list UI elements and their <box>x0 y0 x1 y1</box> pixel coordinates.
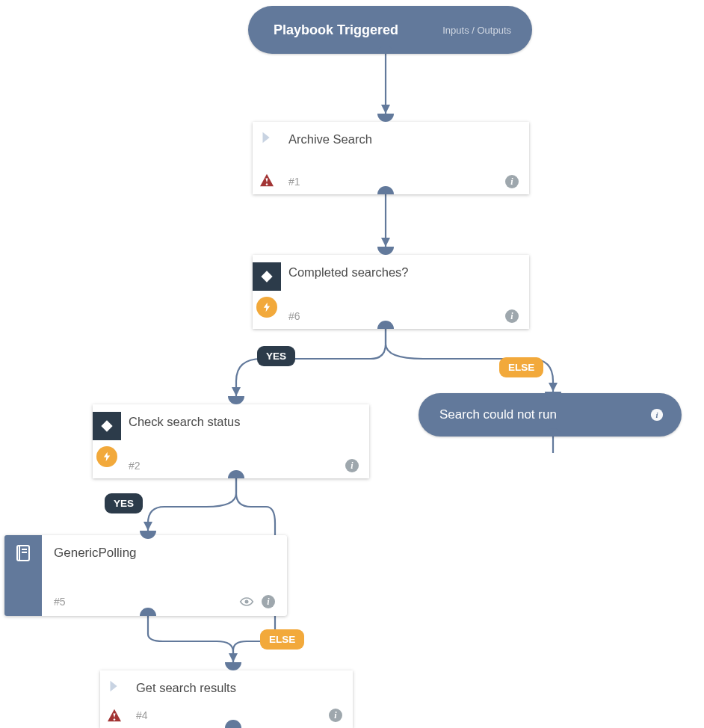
info-icon[interactable]: i <box>505 175 519 188</box>
lightning-icon <box>256 297 277 318</box>
task-number: #1 <box>288 176 300 188</box>
branch-yes[interactable]: YES <box>257 346 295 366</box>
warning-icon <box>259 173 274 187</box>
task-title: Archive Search <box>288 132 519 146</box>
subplaybook-generic-polling[interactable]: GenericPolling #5 i <box>4 535 287 616</box>
condition-check-search-status[interactable]: Check search status #2 i <box>93 404 369 478</box>
task-number: #2 <box>129 460 141 472</box>
branch-yes[interactable]: YES <box>105 493 143 513</box>
info-icon[interactable]: i <box>262 595 275 608</box>
svg-text:i: i <box>656 410 658 419</box>
svg-rect-11 <box>101 420 112 431</box>
warning-icon <box>107 709 122 722</box>
svg-marker-8 <box>143 522 152 531</box>
info-icon[interactable]: i <box>505 309 519 323</box>
task-title: Completed searches? <box>288 265 519 280</box>
task-title: Check search status <box>129 415 359 429</box>
chevron-icon <box>259 129 275 146</box>
svg-rect-10 <box>261 271 272 282</box>
eye-icon[interactable] <box>239 596 254 607</box>
branch-else[interactable]: ELSE <box>499 357 543 377</box>
task-number: #6 <box>288 310 300 322</box>
task-title: Get search results <box>136 681 342 695</box>
task-number: #5 <box>54 596 66 608</box>
message-title: Search could not run <box>439 407 650 422</box>
task-title: GenericPolling <box>54 546 275 561</box>
trigger-io-label[interactable]: Inputs / Outputs <box>442 25 511 36</box>
diamond-icon <box>93 412 121 440</box>
info-icon[interactable]: i <box>329 709 342 722</box>
diamond-icon <box>253 262 281 291</box>
svg-marker-4 <box>381 105 390 114</box>
chevron-icon <box>106 678 123 694</box>
task-number: #4 <box>136 709 148 721</box>
task-get-search-results[interactable]: Get search results #4 i <box>100 670 353 728</box>
svg-point-15 <box>245 600 249 604</box>
info-icon[interactable]: i <box>345 459 359 472</box>
svg-marker-6 <box>232 387 241 396</box>
svg-marker-9 <box>229 653 238 662</box>
branch-else[interactable]: ELSE <box>260 629 304 650</box>
flow-connectors <box>0 0 704 728</box>
book-icon <box>14 544 32 565</box>
trigger-title: Playbook Triggered <box>274 22 442 38</box>
condition-completed-searches[interactable]: Completed searches? #6 i <box>253 255 529 329</box>
info-icon[interactable]: i <box>650 408 664 422</box>
task-archive-search[interactable]: Archive Search #1 i <box>253 122 529 194</box>
svg-marker-7 <box>549 383 558 392</box>
svg-marker-5 <box>381 238 390 247</box>
lightning-icon <box>96 446 117 467</box>
